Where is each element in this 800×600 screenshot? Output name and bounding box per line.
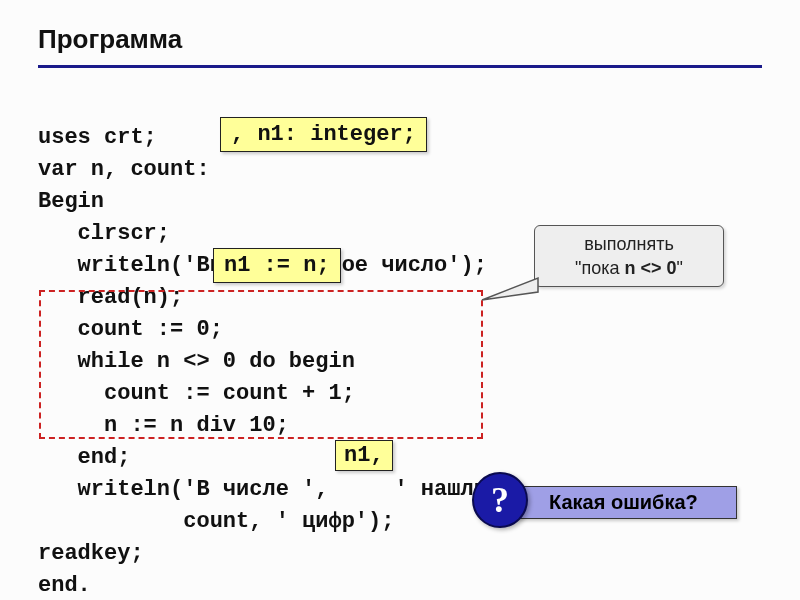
code-line: count := 0; bbox=[38, 317, 223, 342]
code-line: count, ' цифр'); bbox=[38, 509, 394, 534]
callout-n1-assign: n1 := n; bbox=[213, 248, 341, 283]
code-line: count := count + 1; bbox=[38, 381, 355, 406]
speech-line1: выполнять bbox=[549, 232, 709, 256]
code-line: read(n); bbox=[38, 285, 183, 310]
code-line: end. bbox=[38, 573, 91, 598]
svg-marker-0 bbox=[482, 278, 538, 300]
code-line: uses crt; bbox=[38, 125, 157, 150]
title-rule bbox=[38, 65, 762, 68]
speech-tail-icon bbox=[480, 270, 540, 310]
code-line: n := n div 10; bbox=[38, 413, 289, 438]
code-line: clrscr; bbox=[38, 221, 170, 246]
code-line: var n, count: bbox=[38, 157, 210, 182]
code-block: uses crt; var n, count: Begin clrscr; wr… bbox=[38, 90, 762, 600]
speech-line2: "пока n <> 0" bbox=[549, 256, 709, 280]
callout-n1-integer: , n1: integer; bbox=[220, 117, 427, 152]
question-mark-icon: ? bbox=[472, 472, 528, 528]
callout-n1-out: n1, bbox=[335, 440, 393, 471]
speech-bubble: выполнять "пока n <> 0" bbox=[534, 225, 724, 287]
code-line: while n <> 0 do begin bbox=[38, 349, 355, 374]
question-text: Какая ошибка? bbox=[549, 491, 698, 513]
page-title: Программа bbox=[38, 24, 762, 55]
code-line: readkey; bbox=[38, 541, 144, 566]
question-banner: Какая ошибка? bbox=[500, 486, 737, 519]
code-line: Begin bbox=[38, 189, 104, 214]
code-line: end; bbox=[38, 445, 130, 470]
code-line: writeln('В числе ', bbox=[38, 477, 328, 502]
